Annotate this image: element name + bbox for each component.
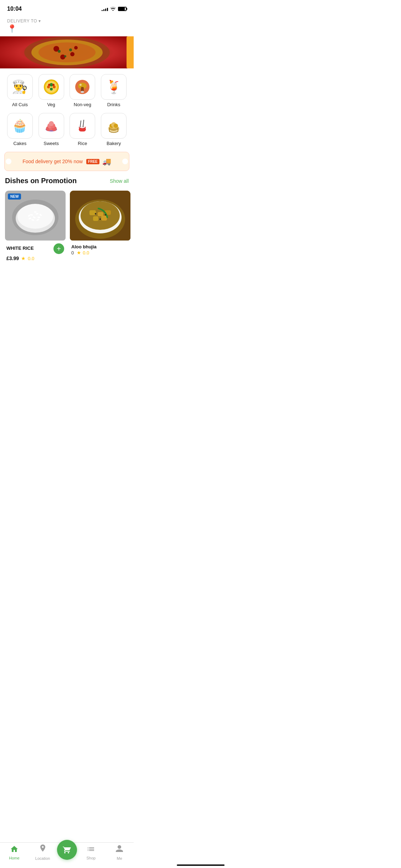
category-rice[interactable]: Rice	[68, 113, 97, 146]
sweets-icon-box	[38, 113, 64, 139]
category-all-cuisines[interactable]: 👨‍🍳 All Cuis	[6, 74, 34, 107]
svg-point-64	[105, 214, 106, 216]
svg-point-39	[114, 124, 118, 128]
svg-point-16	[48, 84, 50, 86]
category-non-veg[interactable]: Non-veg	[68, 74, 97, 107]
rice-label: Rice	[78, 141, 87, 146]
aloo-bhujia-image	[70, 191, 130, 241]
free-badge: FREE 🚚	[86, 157, 111, 166]
location-pin-icon: 📍	[7, 24, 17, 33]
category-sweets[interactable]: Sweets	[37, 113, 66, 146]
promo-ticket-wrapper[interactable]: Food delivery get 20% now FREE 🚚	[4, 152, 129, 171]
signal-icon	[102, 7, 108, 11]
aloo-star-icon: ★	[77, 250, 81, 255]
promo-ticket: Food delivery get 20% now FREE 🚚	[4, 152, 129, 171]
rice-icon	[74, 118, 90, 134]
svg-point-65	[99, 218, 101, 220]
cakes-label: Cakes	[13, 141, 26, 146]
white-rice-star-icon: ★	[21, 255, 26, 261]
new-badge: NEW	[8, 193, 21, 200]
white-rice-price-row: £3.99 ★ 0.0	[6, 255, 64, 261]
white-rice-info: WHITE RICE + £3.99 ★ 0.0	[5, 241, 66, 263]
non-veg-label: Non-veg	[74, 102, 91, 107]
svg-point-43	[17, 204, 53, 229]
bakery-icon-box	[101, 113, 127, 139]
promo-ticket-text: Food delivery get 20% now	[22, 159, 83, 164]
svg-point-15	[50, 88, 53, 91]
promo-banner-image[interactable]	[0, 36, 134, 68]
dish-card-white-rice[interactable]: NEW WHITE RICE + £3.99 ★ 0.0	[5, 191, 66, 264]
rice-icon-box	[70, 113, 95, 139]
svg-point-29	[49, 121, 54, 126]
white-rice-name-row: WHITE RICE +	[6, 243, 64, 254]
white-rice-image: NEW	[5, 191, 66, 241]
svg-point-63	[95, 213, 96, 215]
svg-point-6	[74, 46, 78, 50]
pizza-image	[21, 36, 113, 68]
aloo-count: 0	[71, 250, 74, 255]
aloo-rating: 0.0	[83, 250, 89, 255]
dish-card-aloo-bhujia[interactable]: Aloo bhujia 0 ★ 0.0	[70, 191, 130, 264]
sweets-label: Sweets	[43, 141, 59, 146]
dishes-scroll-area: NEW WHITE RICE + £3.99 ★ 0.0	[0, 191, 134, 264]
svg-point-2	[38, 42, 96, 62]
add-to-cart-button-rice[interactable]: +	[53, 243, 64, 254]
cakes-icon-box: 🧁	[7, 113, 33, 139]
status-bar: 10:04	[0, 0, 134, 16]
veg-icon	[43, 79, 59, 95]
svg-point-8	[69, 48, 72, 51]
status-time: 10:04	[7, 6, 22, 12]
svg-point-17	[52, 84, 55, 86]
aloo-rating-row: 0 ★ 0.0	[71, 250, 129, 255]
non-veg-icon-box	[70, 74, 95, 100]
veg-icon-box	[38, 74, 64, 100]
svg-rect-58	[89, 210, 96, 215]
veg-label: Veg	[47, 102, 55, 107]
svg-point-13	[47, 86, 50, 88]
category-bakery[interactable]: Bakery	[99, 113, 128, 146]
truck-icon: 🚚	[102, 157, 111, 166]
bakery-label: Bakery	[107, 141, 121, 146]
svg-point-21	[81, 91, 84, 93]
aloo-bhujia-name: Aloo bhujia	[71, 244, 97, 249]
category-cakes[interactable]: 🧁 Cakes	[6, 113, 34, 146]
drinks-label: Drinks	[107, 102, 120, 107]
aloo-dish-image	[70, 191, 130, 241]
svg-point-9	[64, 55, 66, 57]
category-grid: 👨‍🍳 All Cuis	[0, 68, 134, 146]
delivery-header[interactable]: DELIVERY TO ▾ 📍	[0, 16, 134, 33]
non-veg-icon	[74, 79, 90, 95]
aloo-bhujia-info: Aloo bhujia 0 ★ 0.0	[70, 241, 130, 257]
white-rice-rating: 0.0	[28, 256, 34, 261]
chevron-down-icon: ▾	[38, 19, 41, 24]
svg-point-14	[53, 86, 56, 88]
category-row-2: 🧁 Cakes Sweets	[4, 113, 129, 146]
white-rice-name: WHITE RICE	[6, 246, 34, 251]
svg-point-4	[70, 52, 74, 56]
svg-point-22	[79, 84, 82, 86]
all-cuisines-icon-box: 👨‍🍳	[7, 74, 33, 100]
show-all-button[interactable]: Show all	[110, 178, 129, 184]
battery-icon	[118, 7, 127, 11]
dishes-section-title: Dishes on Promotion	[5, 177, 77, 185]
free-label: FREE	[86, 159, 99, 164]
bakery-icon	[106, 118, 122, 134]
all-cuisines-label: All Cuis	[12, 102, 28, 107]
dishes-section-header: Dishes on Promotion Show all	[0, 177, 134, 191]
category-drinks[interactable]: 🍹 Drinks	[99, 74, 128, 107]
svg-rect-61	[93, 216, 98, 221]
category-veg[interactable]: Veg	[37, 74, 66, 107]
wifi-icon	[110, 6, 116, 12]
delivery-to-row[interactable]: DELIVERY TO ▾	[7, 19, 41, 24]
white-rice-price: £3.99	[6, 255, 19, 261]
category-row-1: 👨‍🍳 All Cuis	[4, 74, 129, 107]
svg-rect-62	[101, 216, 107, 221]
status-icons	[102, 6, 127, 12]
sweets-icon	[43, 118, 59, 134]
delivery-to-label: DELIVERY TO	[7, 19, 37, 24]
drinks-icon-box: 🍹	[101, 74, 127, 100]
svg-point-7	[58, 50, 61, 53]
